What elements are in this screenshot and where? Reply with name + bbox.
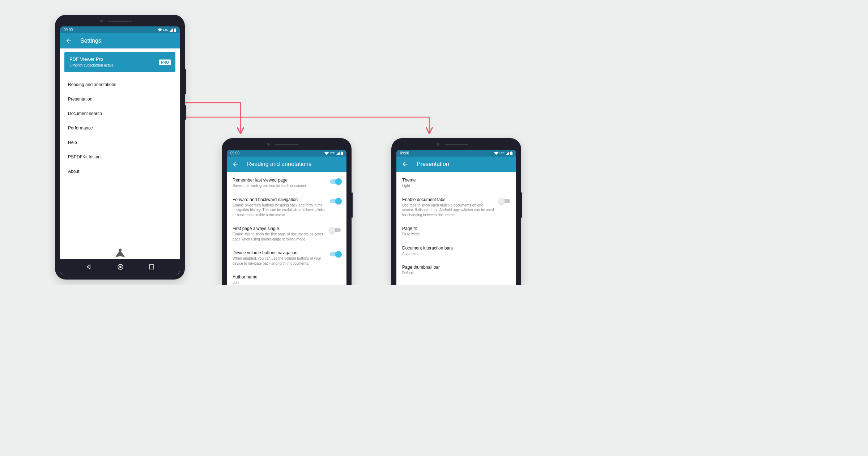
status-net: LTE bbox=[499, 152, 505, 155]
menu-performance[interactable]: Performance bbox=[60, 121, 180, 135]
status-bar: 09:00 LTE bbox=[227, 150, 346, 157]
phone-reading: 09:00 LTE Reading and annotations Rememb… bbox=[222, 138, 352, 285]
back-icon[interactable] bbox=[65, 37, 72, 44]
pref-doc-tabs[interactable]: Enable document tabsUse tabs to show ope… bbox=[396, 193, 516, 222]
pref-thumbnail-bar[interactable]: Page thumbnail barDefault bbox=[396, 260, 516, 280]
status-net: LTE bbox=[330, 152, 335, 155]
app-bar: Reading and annotations bbox=[227, 157, 346, 172]
menu-presentation[interactable]: Presentation bbox=[60, 92, 180, 106]
svg-point-6 bbox=[119, 266, 122, 268]
back-icon[interactable] bbox=[232, 161, 239, 168]
pref-fwd-back-nav[interactable]: Forward and backward navigationEnable on… bbox=[227, 193, 346, 222]
pref-theme[interactable]: ThemeLight bbox=[396, 173, 516, 193]
signal-icon bbox=[506, 152, 509, 155]
svg-rect-9 bbox=[341, 152, 342, 152]
phone-settings: 09:00 LTE Settings PDF Viewer Pro 3-mont… bbox=[55, 15, 185, 280]
toggle-fwd-back-nav[interactable] bbox=[330, 199, 341, 204]
page-title: Settings bbox=[80, 38, 101, 44]
app-bar: Settings bbox=[60, 33, 180, 48]
menu-reading[interactable]: Reading and annotations bbox=[60, 77, 180, 92]
wifi-icon bbox=[324, 152, 329, 155]
svg-rect-7 bbox=[149, 265, 154, 269]
signal-icon bbox=[169, 28, 173, 32]
toggle-volume-nav[interactable] bbox=[330, 252, 341, 257]
wifi-icon bbox=[494, 152, 498, 155]
pref-filename-title[interactable]: Use filename as document title bbox=[396, 280, 516, 285]
toggle-first-page-single[interactable] bbox=[330, 227, 341, 233]
pref-page-fit[interactable]: Page fitFit to width bbox=[396, 222, 516, 241]
status-time: 09:00 bbox=[230, 151, 239, 155]
svg-rect-8 bbox=[341, 152, 343, 155]
battery-icon bbox=[510, 152, 512, 155]
pspdfkit-logo-icon bbox=[114, 248, 126, 259]
status-bar: 09:00 LTE bbox=[396, 150, 516, 157]
nav-back-icon[interactable] bbox=[86, 264, 92, 270]
pref-volume-nav[interactable]: Device volume buttons navigationWhen ena… bbox=[227, 246, 346, 270]
pro-title: PDF Viewer Pro bbox=[69, 56, 170, 62]
wifi-icon bbox=[158, 28, 162, 32]
svg-rect-2 bbox=[174, 29, 176, 32]
settings-menu: Reading and annotations Presentation Doc… bbox=[60, 75, 180, 181]
svg-rect-3 bbox=[175, 28, 175, 29]
phone-presentation: 09:00 LTE Presentation ThemeLight Enable… bbox=[391, 138, 521, 285]
battery-icon bbox=[174, 28, 176, 32]
page-title: Presentation bbox=[417, 161, 449, 167]
pref-first-page-single[interactable]: First page always singleEnable this to s… bbox=[227, 222, 346, 246]
battery-icon bbox=[341, 152, 343, 155]
pref-remember-page[interactable]: Remember last viewed pageSaves the readi… bbox=[227, 173, 346, 193]
menu-doc-search[interactable]: Document search bbox=[60, 106, 180, 121]
menu-about[interactable]: About bbox=[60, 164, 180, 179]
svg-rect-10 bbox=[510, 152, 512, 155]
status-bar: 09:00 LTE bbox=[60, 26, 180, 33]
pref-interaction-bars[interactable]: Document interaction barsAutomatic bbox=[396, 241, 516, 261]
toggle-remember-page[interactable] bbox=[330, 179, 341, 184]
back-icon[interactable] bbox=[401, 161, 409, 168]
status-time: 09:00 bbox=[64, 28, 73, 32]
pro-sub: 3-month subscription active. bbox=[69, 63, 170, 67]
menu-instant[interactable]: PSPDFKit Instant bbox=[60, 150, 180, 164]
nav-home-icon[interactable] bbox=[117, 264, 124, 270]
menu-help[interactable]: Help bbox=[60, 135, 180, 150]
pro-badge: PRO bbox=[159, 60, 171, 65]
android-navbar bbox=[60, 259, 180, 274]
status-time: 09:00 bbox=[400, 151, 409, 155]
page-title: Reading and annotations bbox=[247, 161, 311, 167]
svg-rect-11 bbox=[511, 152, 512, 152]
nav-recent-icon[interactable] bbox=[149, 264, 154, 269]
status-net: LTE bbox=[163, 28, 168, 31]
app-bar: Presentation bbox=[396, 157, 516, 172]
pro-card[interactable]: PDF Viewer Pro 3-month subscription acti… bbox=[64, 52, 175, 72]
signal-icon bbox=[336, 152, 340, 155]
pref-author-name[interactable]: Author nameJohn bbox=[227, 270, 346, 285]
toggle-doc-tabs[interactable] bbox=[499, 199, 510, 204]
